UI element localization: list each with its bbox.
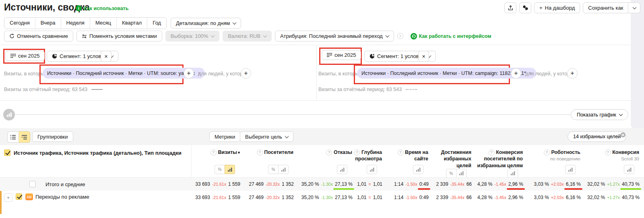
add-people-condition-button-right[interactable]: + [567,68,578,79]
add-people-condition-button-left[interactable]: + [241,68,251,79]
chart-slider-handle[interactable] [3,109,15,120]
table-toolbar: Группировки Метрики Выберите цель 14 изб… [0,128,644,145]
metric-help-icon[interactable]: ? [605,149,611,156]
period-tabs-row: Сегодня Вчера Неделя Месяц Квартал Год Д… [4,17,241,29]
tab-yesterday[interactable]: Вчера [35,18,61,29]
metric-help-icon[interactable]: ? [211,149,217,156]
how-to-use-link[interactable]: i Как использовать [76,5,128,11]
cell-depth: 1,01=1,01 [354,193,384,201]
favorite-goals-button[interactable]: 14 избранных целей [568,131,626,142]
condition-chip-left[interactable]: Источники · Последний источник · Метки ·… [43,68,205,79]
row-checkbox[interactable] [16,193,22,200]
bars-toggle[interactable] [337,165,347,174]
bars-toggle[interactable] [624,165,634,174]
attribution-button[interactable]: Атрибуция: Последний значимый переход [275,31,394,42]
add-visit-condition-button-right[interactable]: + [511,68,521,79]
add-visit-condition-button-left[interactable]: + [184,68,194,79]
tab-week[interactable]: Неделя [61,18,90,29]
date-range-button-right[interactable]: сен 2025 [322,50,361,60]
save-as-dropdown-button[interactable] [628,2,640,13]
metric-help-icon[interactable]: ? [489,149,495,156]
row-label[interactable]: Переходы по рекламе [35,194,89,200]
percent-toggle[interactable]: % [215,165,225,174]
date-range-button-left[interactable]: сен 2025 [5,51,45,61]
report-actions: + На дашборд Сохранить как [504,2,640,13]
interface-help-link[interactable]: Как работать с интерфейсом [411,33,491,39]
chevron-down-icon [385,33,389,37]
swap-conditions-button[interactable]: Поменять условия местами [76,31,162,42]
tab-month[interactable]: Месяц [90,18,116,29]
metrics-button[interactable]: Метрики [209,131,240,142]
chevron-down-icon [233,21,237,25]
bars-toggle[interactable] [565,165,576,174]
list-view-toggle[interactable] [7,131,19,143]
cell-visitors: 27 469-20.32x1 352 [242,193,295,201]
tree-view-toggle[interactable] [19,131,30,143]
column-depth: ? Глубина просмотра [354,145,384,177]
cell-depth: 1,01=1,01 [354,178,384,191]
metric-help-icon[interactable]: ? [544,149,550,156]
tab-quarter[interactable]: Квартал [116,18,147,29]
bars-toggle[interactable] [413,165,423,174]
bars-toggle[interactable] [456,169,466,178]
currency-button[interactable]: Валюта: RUB [223,31,272,42]
column-conversion: ? КонверсияScroll 30 [582,145,641,177]
cell-goal-reaches: 2 339-35.44x66 [430,178,473,191]
series-line-legend-solid [91,89,103,90]
gear-icon[interactable]: ⚙ [620,132,626,139]
tab-today[interactable]: Сегодня [4,18,35,29]
chevron-down-icon [263,33,267,37]
bars-toggle[interactable] [278,165,289,174]
groupings-button[interactable]: Группировки [32,131,73,142]
cell-goal-reaches: 2 339-35.44x66 [430,193,473,201]
dimension-header-label[interactable]: Источник трафика, Источник трафика (дета… [14,150,182,156]
period-tabs: Сегодня Вчера Неделя Месяц Квартал Год [4,17,167,29]
how-to-use-label: Как использовать [84,6,128,11]
cell-bounces: 35,20 %-1.30x27,13 % [295,193,354,201]
metric-help-icon[interactable]: ? [354,149,360,156]
save-as-button[interactable]: Сохранить как [583,2,628,13]
row-label: Итого и средние [45,181,85,187]
metric-help-icon[interactable]: ? [326,149,332,156]
export-button[interactable] [504,2,516,13]
sampling-button[interactable]: Выборка: 100% [165,31,220,42]
filters-row: Отменить сравнение Поменять условия мест… [4,31,491,42]
remove-segment-button-left[interactable]: × [101,51,111,62]
show-chart-button[interactable]: Показать график [571,109,628,120]
cancel-comparison-button[interactable]: Отменить сравнение [4,31,73,42]
refresh-icon [9,33,14,39]
table-row-ad-traffic[interactable]: + AD Переходы по рекламе 33 693-21.61x1 … [0,191,644,214]
tab-year[interactable]: Год [147,18,166,29]
segment-panel-right: сен 2025 Сегмент: 1 условие × Визиты, в … [316,45,631,100]
highlight-box-chip-left: Источники · Последний источник · Метки ·… [39,64,184,84]
condition-chip-right[interactable]: Источники · Последний источник · Метки ·… [357,68,536,79]
bars-toggle[interactable] [508,169,518,178]
segments-compare-button[interactable] [519,2,531,13]
help-icon [411,33,417,39]
attribution-help-icon[interactable]: ? [397,33,403,39]
percent-toggle[interactable]: % [446,169,456,178]
save-as-group: Сохранить как [583,2,640,13]
table-row-totals[interactable]: Итого и средние 33 693-21.61x1 559 27 46… [0,177,644,191]
percent-toggle[interactable]: % [268,165,279,174]
chevron-down-icon [211,33,215,37]
goal-select-button[interactable]: Выберите цель [240,131,293,142]
bars-toggle[interactable] [367,165,377,174]
sort-desc-icon: ▾ [238,150,240,155]
add-to-dashboard-button[interactable]: + На дашборд [534,2,580,13]
select-all-checkbox[interactable] [4,149,10,156]
metric-headers: ? Визиты▾ % ? Посетители % ? Отказы ? Гл… [191,145,641,177]
info-icon: i [76,5,82,11]
row-checkbox[interactable] [29,181,36,187]
bars-toggle[interactable] [225,165,235,174]
detailing-button[interactable]: Детализация: по дням [171,18,241,29]
cell-robotness: 3,03 %+2.03x6,16 % [524,178,582,191]
metric-help-icon[interactable]: ? [257,149,263,156]
chart-range-track[interactable] [10,114,573,115]
metric-help-icon[interactable]: ? [398,149,404,156]
table-header: Источник трафика, Источник трафика (дета… [0,145,644,178]
column-bounces: ? Отказы [295,145,354,177]
expand-row-button[interactable]: + [4,193,12,202]
bar-chart-icon [7,112,12,117]
remove-segment-button-right[interactable]: × [418,51,429,62]
